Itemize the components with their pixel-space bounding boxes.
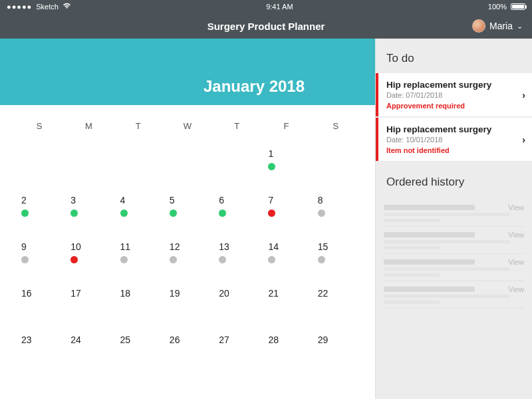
calendar-day[interactable]: 27 [212,334,261,361]
day-number: 14 [268,241,311,252]
skeleton-line [384,287,475,292]
calendar-day[interactable]: 3 [64,195,113,221]
calendar-day[interactable]: 1 [261,148,311,175]
calendar-day[interactable]: 10 [64,241,113,268]
view-link[interactable]: View [508,258,524,266]
day-number: 28 [268,334,311,345]
calendar-title: January 2018 [203,77,305,96]
calendar-day[interactable]: 24 [64,334,113,361]
battery-percent: 100% [488,3,507,11]
calendar-day[interactable]: 2 [15,195,64,221]
todo-status: Item not identified [386,146,524,154]
chevron-down-icon: ⌄ [517,22,523,31]
calendar-day[interactable]: 17 [64,288,113,315]
todo-item[interactable]: Hip replacement surgeryDate: 10/01/2018I… [376,118,532,161]
todo-status: Approvement required [386,102,524,110]
history-item[interactable]: View [384,254,524,281]
nav-bar: Surgery Product Planner Maria ⌄ [0,13,532,39]
avatar-icon [472,19,485,33]
calendar-day[interactable]: 28 [261,334,311,361]
skeleton-line [384,219,440,222]
calendar-day[interactable]: 22 [311,288,360,315]
skeleton-line [384,205,475,210]
status-time: 9:41 AM [266,3,293,11]
view-link[interactable]: View [508,231,524,239]
day-number: 26 [170,334,212,345]
day-number: 22 [318,288,360,299]
status-dot-icon [219,209,226,217]
calendar-day[interactable]: 11 [114,241,163,268]
calendar-day[interactable]: 7 [261,195,311,221]
weekday-label: S [15,121,64,131]
day-number: 4 [120,195,163,205]
calendar-day[interactable]: 26 [163,334,212,361]
calendar-header: January 2018 [0,39,375,105]
calendar-day[interactable]: 20 [212,288,261,315]
calendar-day[interactable]: 15 [311,241,360,268]
status-dot-icon [120,209,128,217]
day-number: 20 [219,288,261,299]
weekday-label: M [64,121,113,131]
history-section-title: Ordered history [376,162,532,197]
view-link[interactable]: View [508,203,524,211]
weekday-label: T [212,121,261,131]
day-number: 5 [170,195,212,205]
chevron-right-icon: › [522,134,525,145]
history-item[interactable]: View [384,281,524,309]
calendar-day[interactable]: 23 [15,334,64,361]
status-dot-icon [21,256,29,263]
calendar-day[interactable]: 5 [163,195,212,221]
skeleton-line [384,295,510,298]
history-item[interactable]: View [384,200,524,227]
calendar-day[interactable]: 14 [261,241,311,268]
history-item[interactable]: View [384,227,524,254]
calendar-day [311,148,360,175]
day-number: 25 [120,334,163,345]
day-number: 21 [268,288,311,299]
wifi-icon [63,3,71,11]
calendar-day[interactable]: 9 [15,241,64,268]
calendar-day[interactable]: 12 [163,241,212,268]
view-link[interactable]: View [508,285,524,293]
calendar-day[interactable]: 16 [15,288,64,315]
todo-date: Date: 07/01/2018 [386,91,524,99]
calendar-day[interactable]: 8 [311,195,360,221]
battery-icon [511,3,525,10]
status-dot-icon [120,256,128,263]
skeleton-line [384,301,440,304]
calendar-day[interactable]: 18 [114,288,163,315]
calendar-day[interactable]: 25 [114,334,163,361]
calendar-day[interactable]: 29 [311,334,360,361]
calendar-day[interactable]: 19 [163,288,212,315]
day-number: 7 [268,195,311,205]
calendar-day[interactable]: 13 [212,241,261,268]
status-dot-icon [219,256,226,263]
status-dot-icon [170,256,177,263]
user-menu[interactable]: Maria ⌄ [472,19,523,33]
skeleton-line [384,267,510,271]
skeleton-line [384,246,440,249]
app-title: Surgery Product Planner [207,21,325,32]
carrier-label: Sketch [36,3,59,11]
day-number: 9 [21,241,64,252]
skeleton-line [384,259,475,265]
calendar-day[interactable]: 6 [212,195,261,221]
day-number: 24 [70,334,113,345]
day-number: 6 [219,195,261,205]
calendar-grid: 1234567891011121314151617181920212223242… [15,148,360,361]
day-number: 23 [21,334,64,345]
todo-title: Hip replacement surgery [386,80,524,90]
calendar-day[interactable]: 4 [114,195,163,221]
status-dot-icon [318,209,325,217]
calendar-day[interactable]: 21 [261,288,311,315]
status-dot-icon [70,209,78,217]
day-number: 1 [268,148,311,159]
day-number: 16 [21,288,64,299]
skeleton-line [384,273,440,277]
day-number: 29 [318,334,360,345]
day-number: 27 [219,334,261,345]
weekday-label: W [163,121,212,131]
status-dot-icon [268,163,275,170]
calendar-day [114,148,163,175]
todo-item[interactable]: Hip replacement surgeryDate: 07/01/2018A… [376,73,532,116]
